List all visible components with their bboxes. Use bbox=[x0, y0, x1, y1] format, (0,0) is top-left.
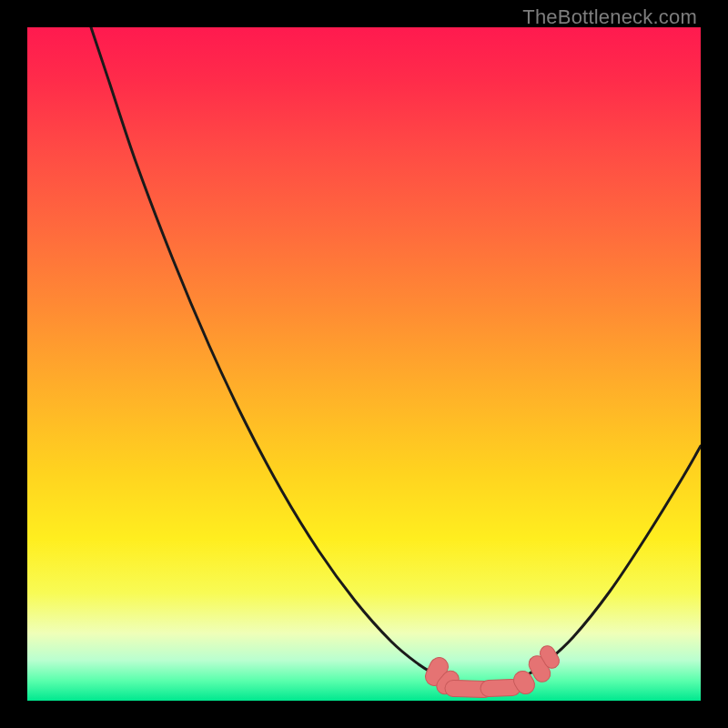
outer-frame bbox=[0, 0, 728, 728]
watermark-text: TheBottleneck.com bbox=[522, 5, 697, 29]
